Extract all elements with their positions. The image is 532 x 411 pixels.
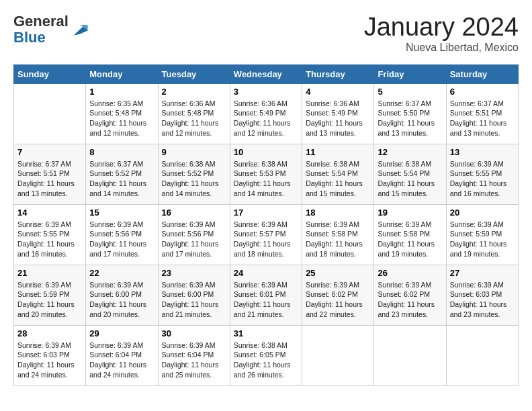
calendar-cell: 5Sunrise: 6:37 AMSunset: 5:50 PMDaylight… bbox=[374, 83, 446, 144]
day-number: 1 bbox=[89, 87, 154, 97]
calendar-header-row: SundayMondayTuesdayWednesdayThursdayFrid… bbox=[14, 64, 519, 83]
logo-general-text: General bbox=[13, 13, 69, 30]
logo: General Blue bbox=[13, 13, 87, 46]
calendar-cell: 22Sunrise: 6:39 AMSunset: 6:00 PMDayligh… bbox=[86, 265, 158, 325]
calendar-cell: 30Sunrise: 6:39 AMSunset: 6:04 PMDayligh… bbox=[158, 325, 230, 385]
calendar-week-row: 21Sunrise: 6:39 AMSunset: 5:59 PMDayligh… bbox=[14, 265, 519, 325]
day-number: 16 bbox=[162, 208, 226, 218]
weekday-header-wednesday: Wednesday bbox=[230, 64, 302, 83]
day-number: 7 bbox=[17, 147, 82, 157]
calendar-cell bbox=[446, 325, 518, 385]
weekday-header-saturday: Saturday bbox=[446, 64, 518, 83]
day-info: Sunrise: 6:39 AMSunset: 6:02 PMDaylight:… bbox=[378, 280, 442, 320]
day-info: Sunrise: 6:35 AMSunset: 5:48 PMDaylight:… bbox=[89, 99, 154, 138]
day-info: Sunrise: 6:39 AMSunset: 5:59 PMDaylight:… bbox=[17, 280, 82, 320]
day-number: 28 bbox=[17, 328, 82, 338]
day-info: Sunrise: 6:39 AMSunset: 6:02 PMDaylight:… bbox=[306, 280, 370, 320]
calendar-week-row: 14Sunrise: 6:39 AMSunset: 5:55 PMDayligh… bbox=[14, 204, 519, 265]
day-info: Sunrise: 6:37 AMSunset: 5:52 PMDaylight:… bbox=[89, 159, 154, 199]
calendar-cell: 3Sunrise: 6:36 AMSunset: 5:49 PMDaylight… bbox=[230, 83, 302, 144]
day-info: Sunrise: 6:36 AMSunset: 5:48 PMDaylight:… bbox=[162, 99, 226, 138]
day-number: 2 bbox=[162, 87, 226, 97]
day-info: Sunrise: 6:39 AMSunset: 5:57 PMDaylight:… bbox=[234, 220, 298, 259]
day-number: 6 bbox=[450, 87, 515, 97]
day-info: Sunrise: 6:38 AMSunset: 5:54 PMDaylight:… bbox=[378, 159, 442, 199]
page-header: General Blue January 2024 Nueva Libertad… bbox=[13, 13, 519, 54]
calendar-cell: 23Sunrise: 6:39 AMSunset: 6:00 PMDayligh… bbox=[158, 265, 230, 325]
day-number: 31 bbox=[234, 328, 298, 338]
calendar-cell: 24Sunrise: 6:39 AMSunset: 6:01 PMDayligh… bbox=[230, 265, 302, 325]
calendar-cell: 1Sunrise: 6:35 AMSunset: 5:48 PMDaylight… bbox=[86, 83, 158, 144]
calendar-cell: 14Sunrise: 6:39 AMSunset: 5:55 PMDayligh… bbox=[14, 204, 86, 265]
day-number: 21 bbox=[17, 268, 82, 278]
calendar-cell: 16Sunrise: 6:39 AMSunset: 5:56 PMDayligh… bbox=[158, 204, 230, 265]
calendar-cell: 13Sunrise: 6:39 AMSunset: 5:55 PMDayligh… bbox=[446, 144, 518, 204]
day-info: Sunrise: 6:39 AMSunset: 6:00 PMDaylight:… bbox=[89, 280, 154, 320]
day-number: 4 bbox=[306, 87, 370, 97]
day-info: Sunrise: 6:37 AMSunset: 5:51 PMDaylight:… bbox=[450, 99, 515, 138]
weekday-header-monday: Monday bbox=[86, 64, 158, 83]
calendar-cell: 8Sunrise: 6:37 AMSunset: 5:52 PMDaylight… bbox=[86, 144, 158, 204]
day-number: 12 bbox=[378, 147, 442, 157]
day-number: 24 bbox=[234, 268, 298, 278]
day-info: Sunrise: 6:39 AMSunset: 5:58 PMDaylight:… bbox=[306, 220, 370, 259]
day-number: 23 bbox=[162, 268, 226, 278]
calendar-cell: 9Sunrise: 6:38 AMSunset: 5:52 PMDaylight… bbox=[158, 144, 230, 204]
calendar-cell bbox=[14, 83, 86, 144]
calendar-week-row: 28Sunrise: 6:39 AMSunset: 6:03 PMDayligh… bbox=[14, 325, 519, 385]
calendar-cell: 7Sunrise: 6:37 AMSunset: 5:51 PMDaylight… bbox=[14, 144, 86, 204]
logo-icon bbox=[70, 20, 89, 39]
day-number: 3 bbox=[234, 87, 298, 97]
calendar-cell: 26Sunrise: 6:39 AMSunset: 6:02 PMDayligh… bbox=[374, 265, 446, 325]
calendar-cell bbox=[374, 325, 446, 385]
month-title: January 2024 bbox=[364, 13, 519, 42]
calendar-cell: 18Sunrise: 6:39 AMSunset: 5:58 PMDayligh… bbox=[302, 204, 374, 265]
day-info: Sunrise: 6:39 AMSunset: 5:55 PMDaylight:… bbox=[450, 159, 515, 199]
day-info: Sunrise: 6:38 AMSunset: 6:05 PMDaylight:… bbox=[234, 340, 298, 380]
day-number: 17 bbox=[234, 208, 298, 218]
weekday-header-friday: Friday bbox=[374, 64, 446, 83]
day-number: 19 bbox=[378, 208, 442, 218]
calendar-cell: 11Sunrise: 6:38 AMSunset: 5:54 PMDayligh… bbox=[302, 144, 374, 204]
day-info: Sunrise: 6:39 AMSunset: 6:00 PMDaylight:… bbox=[162, 280, 226, 320]
calendar-cell: 27Sunrise: 6:39 AMSunset: 6:03 PMDayligh… bbox=[446, 265, 518, 325]
day-info: Sunrise: 6:39 AMSunset: 6:03 PMDaylight:… bbox=[17, 340, 82, 380]
calendar-cell: 21Sunrise: 6:39 AMSunset: 5:59 PMDayligh… bbox=[14, 265, 86, 325]
day-number: 30 bbox=[162, 328, 226, 338]
calendar-body: 1Sunrise: 6:35 AMSunset: 5:48 PMDaylight… bbox=[14, 83, 519, 385]
calendar-cell: 28Sunrise: 6:39 AMSunset: 6:03 PMDayligh… bbox=[14, 325, 86, 385]
day-info: Sunrise: 6:39 AMSunset: 5:56 PMDaylight:… bbox=[89, 220, 154, 259]
day-info: Sunrise: 6:39 AMSunset: 5:58 PMDaylight:… bbox=[378, 220, 442, 259]
day-info: Sunrise: 6:36 AMSunset: 5:49 PMDaylight:… bbox=[306, 99, 370, 138]
day-number: 26 bbox=[378, 268, 442, 278]
day-number: 20 bbox=[450, 208, 515, 218]
calendar-cell: 15Sunrise: 6:39 AMSunset: 5:56 PMDayligh… bbox=[86, 204, 158, 265]
calendar-cell: 17Sunrise: 6:39 AMSunset: 5:57 PMDayligh… bbox=[230, 204, 302, 265]
weekday-header-sunday: Sunday bbox=[14, 64, 86, 83]
day-number: 9 bbox=[162, 147, 226, 157]
day-number: 22 bbox=[89, 268, 154, 278]
day-info: Sunrise: 6:38 AMSunset: 5:54 PMDaylight:… bbox=[306, 159, 370, 199]
calendar-cell: 2Sunrise: 6:36 AMSunset: 5:48 PMDaylight… bbox=[158, 83, 230, 144]
day-number: 8 bbox=[89, 147, 154, 157]
calendar-cell: 4Sunrise: 6:36 AMSunset: 5:49 PMDaylight… bbox=[302, 83, 374, 144]
day-number: 13 bbox=[450, 147, 515, 157]
calendar-cell: 10Sunrise: 6:38 AMSunset: 5:53 PMDayligh… bbox=[230, 144, 302, 204]
day-number: 29 bbox=[89, 328, 154, 338]
location-title: Nueva Libertad, Mexico bbox=[364, 42, 519, 54]
calendar-week-row: 7Sunrise: 6:37 AMSunset: 5:51 PMDaylight… bbox=[14, 144, 519, 204]
calendar-cell: 25Sunrise: 6:39 AMSunset: 6:02 PMDayligh… bbox=[302, 265, 374, 325]
day-info: Sunrise: 6:39 AMSunset: 6:01 PMDaylight:… bbox=[234, 280, 298, 320]
day-number: 15 bbox=[89, 208, 154, 218]
day-info: Sunrise: 6:38 AMSunset: 5:53 PMDaylight:… bbox=[234, 159, 298, 199]
day-number: 18 bbox=[306, 208, 370, 218]
day-info: Sunrise: 6:39 AMSunset: 6:04 PMDaylight:… bbox=[89, 340, 154, 380]
day-number: 5 bbox=[378, 87, 442, 97]
day-number: 10 bbox=[234, 147, 298, 157]
day-info: Sunrise: 6:37 AMSunset: 5:50 PMDaylight:… bbox=[378, 99, 442, 138]
title-block: January 2024 Nueva Libertad, Mexico bbox=[364, 13, 519, 54]
day-info: Sunrise: 6:37 AMSunset: 5:51 PMDaylight:… bbox=[17, 159, 82, 199]
calendar-table: SundayMondayTuesdayWednesdayThursdayFrid… bbox=[13, 64, 519, 386]
day-info: Sunrise: 6:39 AMSunset: 5:55 PMDaylight:… bbox=[17, 220, 82, 259]
calendar-cell: 20Sunrise: 6:39 AMSunset: 5:59 PMDayligh… bbox=[446, 204, 518, 265]
